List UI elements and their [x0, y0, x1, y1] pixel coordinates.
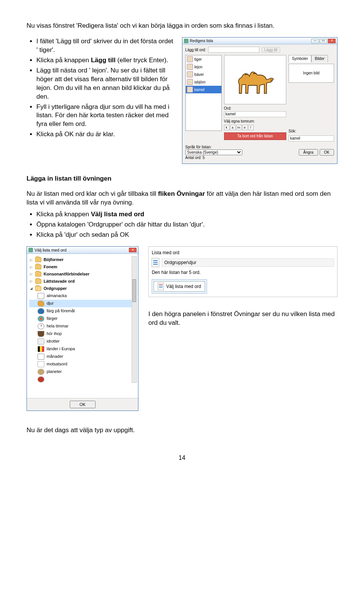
folder-row[interactable]: ▷Konsonantförbindelser	[29, 271, 136, 278]
sok-label: Sök:	[289, 129, 334, 134]
bullet: Klicka på knappen Lägg till (eller tryck…	[36, 56, 176, 65]
list-item[interactable]: färg på föremål	[29, 307, 136, 315]
bullet: Klicka på OK när du är klar.	[36, 130, 176, 139]
doc-icon	[158, 283, 164, 290]
list-item[interactable]: isbjörn	[186, 78, 221, 86]
final-line: Nu är det dags att välja typ av uppgift.	[27, 426, 337, 435]
sok-input[interactable]	[289, 135, 334, 142]
list-item[interactable]: idrotter	[29, 338, 136, 345]
folder-row[interactable]: ▷Lättstavade ord	[29, 278, 136, 285]
tab-symboler[interactable]: Symboler	[289, 55, 311, 62]
list-count: Den här listan har 5 ord.	[152, 269, 334, 275]
word-list[interactable]: tiger lejon bäver isbjörn kamel	[185, 55, 222, 131]
maximize-button[interactable]: ▭	[320, 39, 327, 43]
close-button[interactable]: ✕	[328, 39, 336, 43]
list-item[interactable]: planeter	[29, 368, 136, 376]
minimize-button[interactable]: —	[311, 39, 319, 43]
preview-area	[224, 55, 286, 104]
valj-label: Välj egna tomrum:	[224, 119, 286, 124]
tab-bilder[interactable]: Bilder	[311, 55, 328, 62]
letter-box[interactable]: l	[248, 125, 254, 130]
section-title: Lägga in listan till övningen	[27, 175, 337, 183]
list-item[interactable]: kamel	[186, 86, 221, 93]
app-icon	[184, 39, 188, 43]
lista-med-ord-panel: Lista med ord Ordgrupper\djur Den här li…	[148, 246, 337, 297]
ord-label: Ord:	[224, 106, 286, 111]
section-body: Nu är listan med ord klar och vi går til…	[27, 190, 337, 207]
list-item[interactable]: djur	[29, 300, 136, 307]
ok-button[interactable]: OK	[320, 149, 334, 156]
valj-lista-button[interactable]: Välj lista med ord	[154, 281, 205, 292]
titlebar: Välj lista med ord ✕	[27, 247, 138, 254]
page-number: 14	[27, 454, 337, 462]
list-item[interactable]: färger	[29, 315, 136, 323]
list-item[interactable]	[29, 376, 136, 383]
valj-lista-window: Välj lista med ord ✕ ▷Böjformer ▷Fonem ▷…	[27, 246, 138, 411]
list-item[interactable]: hela timmar	[29, 323, 136, 330]
bullet: Öppna katalogen 'Ordgrupper' och där hit…	[36, 220, 337, 229]
ok-button[interactable]: OK	[70, 401, 96, 408]
list-item[interactable]: motsatsord	[29, 360, 136, 368]
angra-button[interactable]: Ångra	[299, 149, 318, 156]
delete-word-button[interactable]: Ta bort ord från listan	[224, 132, 286, 140]
ord-input[interactable]	[224, 111, 286, 117]
antal-label: Antal ord: 5	[185, 155, 242, 160]
bullets-1: I fältet 'Lägg till ord' skriver du in d…	[27, 37, 176, 139]
add-word-input[interactable]	[208, 47, 259, 53]
add-word-button[interactable]: Lägg till	[262, 47, 280, 53]
svg-point-0	[271, 80, 271, 80]
folder-tree[interactable]: ▷Böjformer ▷Fonem ▷Konsonantförbindelser…	[29, 256, 136, 383]
letter-box[interactable]: a	[230, 125, 235, 130]
bullet: I fältet 'Lägg till ord' skriver du in d…	[36, 37, 176, 55]
letter-box[interactable]: k	[224, 125, 229, 130]
bullets-2: Klicka på knappen Välj lista med ord Öpp…	[27, 210, 337, 239]
letter-box[interactable]: m	[236, 125, 242, 130]
window-title: Redigera lista	[190, 38, 213, 44]
folder-row[interactable]: ◢Ordgrupper	[29, 285, 136, 292]
bullet: Lägg till nästa ord ' lejon'. Nu ser du …	[36, 66, 176, 101]
bullet: Klicka på knappen Välj lista med ord	[36, 210, 337, 219]
redigera-lista-window: Redigera lista — ▭ ✕ Lägg till ord: Lägg…	[182, 37, 337, 164]
list-file-icon	[152, 258, 159, 267]
list-item[interactable]: länder i Europa	[29, 345, 136, 353]
list-item[interactable]: månader	[29, 353, 136, 360]
sprak-label: Språk för listan:	[185, 145, 242, 150]
list-path: Ordgrupper\djur	[162, 258, 334, 267]
letter-box[interactable]: e	[242, 125, 248, 130]
close-button[interactable]: ✕	[129, 248, 136, 252]
intro-text: Nu visas fönstret 'Redigera lista' och v…	[27, 22, 337, 30]
list-item[interactable]: lejon	[186, 63, 221, 71]
window-title: Välj lista med ord	[35, 247, 66, 253]
list-item[interactable]: bäver	[186, 71, 221, 78]
add-word-label: Lägg till ord:	[185, 47, 206, 53]
folder-row[interactable]: ▷Fonem	[29, 263, 136, 271]
letter-boxes: k a m e l	[224, 125, 286, 130]
bullet: Fyll i ytterligare några djur som du vil…	[36, 103, 176, 129]
list-item[interactable]: hör ihop	[29, 330, 136, 338]
list-item[interactable]: almanacka	[29, 292, 136, 300]
camel-icon	[232, 61, 278, 99]
folder-row[interactable]: ▷Böjformer	[29, 256, 136, 263]
app-icon	[28, 248, 33, 252]
list-item[interactable]: tiger	[186, 55, 221, 63]
sprak-select[interactable]: Svenska (Sverige)	[185, 149, 242, 155]
caption: I den högra panelen i fönstret Övningar …	[148, 310, 337, 327]
scrollbar[interactable]	[132, 256, 137, 383]
panel-title: Lista med ord	[152, 250, 334, 256]
no-image-option[interactable]: Ingen bild	[289, 64, 334, 83]
bullet: Klicka på 'djur' och sedan på OK	[36, 231, 337, 239]
titlebar: Redigera lista — ▭ ✕	[182, 38, 337, 45]
